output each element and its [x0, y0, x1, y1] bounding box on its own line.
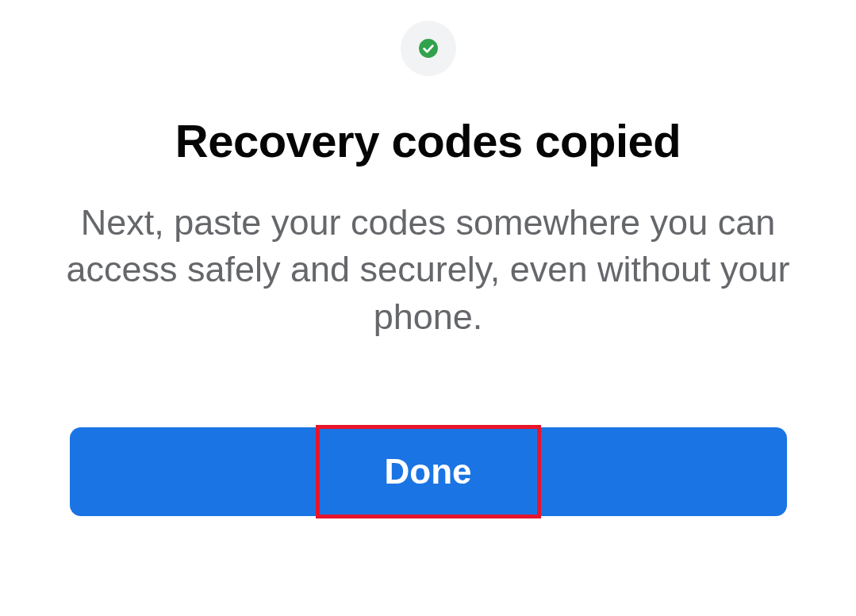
done-button[interactable]: Done	[70, 427, 787, 516]
status-icon-container	[401, 21, 456, 76]
svg-point-0	[419, 39, 438, 58]
done-button-label: Done	[385, 452, 472, 491]
checkmark-icon	[418, 38, 439, 59]
dialog-heading: Recovery codes copied	[175, 114, 681, 167]
dialog-description: Next, paste your codes somewhere you can…	[63, 199, 793, 340]
